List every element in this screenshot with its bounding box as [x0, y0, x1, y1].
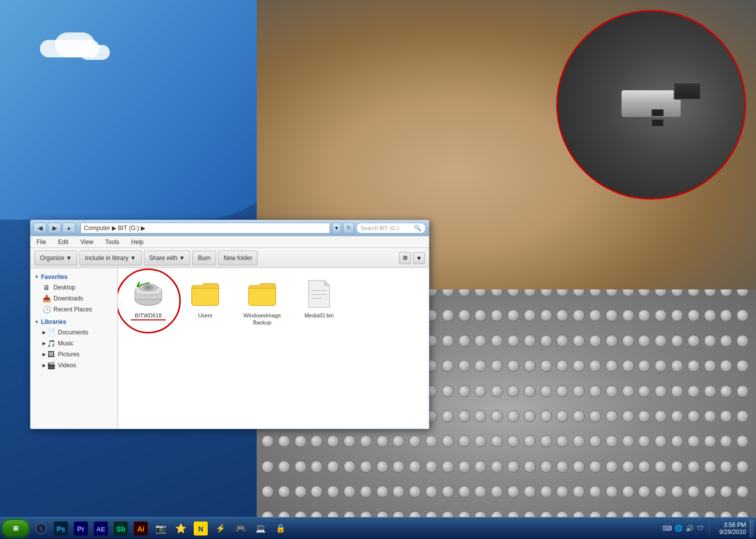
- taskbar-photoshop[interactable]: Ps: [52, 520, 70, 538]
- forward-button[interactable]: ▶: [48, 223, 61, 234]
- organize-button[interactable]: Organize ▼: [34, 251, 77, 266]
- metal-dot: [344, 435, 356, 447]
- up-button[interactable]: ▲: [62, 223, 75, 234]
- metal-dot: [573, 410, 585, 422]
- view-icon-button[interactable]: ⊞: [399, 252, 411, 264]
- metal-dot: [671, 461, 683, 473]
- taskbar-unknown5[interactable]: 💻: [252, 520, 270, 538]
- bitwd618-underline: [131, 319, 166, 320]
- metal-dot: [540, 486, 552, 498]
- metal-dot: [458, 486, 470, 498]
- refresh-button[interactable]: ↻: [343, 223, 354, 234]
- taskbar-unknown4[interactable]: 🎮: [232, 520, 250, 538]
- new-folder-button[interactable]: New folder: [218, 251, 258, 266]
- menu-edit[interactable]: Edit: [56, 238, 70, 247]
- metal-dot: [704, 410, 716, 422]
- burn-button[interactable]: Burn: [192, 251, 216, 266]
- taskbar-norton[interactable]: N: [192, 520, 210, 538]
- address-dropdown[interactable]: ▼: [332, 223, 341, 234]
- metal-dot: [524, 309, 536, 321]
- back-button[interactable]: ◀: [33, 223, 46, 234]
- metal-dot: [474, 461, 486, 473]
- metal-dot: [556, 435, 568, 447]
- metal-dot: [589, 335, 601, 347]
- show-desktop-button[interactable]: [750, 520, 754, 538]
- metal-dot: [425, 461, 437, 473]
- sidebar-item-recent[interactable]: 🕒 Recent Places: [30, 304, 117, 315]
- menu-help[interactable]: Help: [129, 238, 146, 247]
- metal-dot: [262, 486, 274, 498]
- metal-dot: [606, 385, 618, 397]
- clock-time: 3:56 PM: [724, 522, 746, 529]
- sidebar-item-pictures[interactable]: ▶ 🖼 Pictures: [30, 349, 117, 360]
- metal-dot: [344, 461, 356, 473]
- tray-shield[interactable]: 🛡: [696, 524, 705, 533]
- metal-dot: [622, 486, 634, 498]
- metal-dot: [589, 435, 601, 447]
- taskbar-unknown6[interactable]: 🔒: [272, 520, 290, 538]
- sidebar-item-documents[interactable]: ▶ 📄 Documents: [30, 327, 117, 338]
- music-collapse-arrow: ▶: [42, 341, 46, 346]
- sidebar-item-desktop[interactable]: 🖥 Desktop: [30, 282, 117, 293]
- menu-view[interactable]: View: [78, 238, 95, 247]
- taskbar-unknown1[interactable]: 📷: [152, 520, 170, 538]
- favorites-arrow: ▼: [34, 274, 39, 279]
- file-item-bitwd618[interactable]: ↙: [126, 276, 171, 328]
- tray-volume[interactable]: 🔊: [685, 524, 694, 533]
- documents-icon: 📄: [47, 328, 55, 336]
- file-icon-mediaid: [303, 278, 335, 310]
- taskbar-soundbooth[interactable]: Sb: [112, 520, 130, 538]
- sidebar-item-music[interactable]: ▶ 🎵 Music: [30, 338, 117, 349]
- libraries-header[interactable]: ▼ Libraries: [30, 317, 117, 327]
- metal-dot: [311, 461, 323, 473]
- file-item-mediaid[interactable]: MediaID.bin: [297, 276, 342, 328]
- metal-dot: [262, 461, 274, 473]
- tray-network[interactable]: 🌐: [674, 524, 683, 533]
- tray-keyboard[interactable]: ⌨: [663, 524, 672, 533]
- metal-dot: [556, 335, 568, 347]
- metal-dot: [704, 335, 716, 347]
- search-icon: 🔍: [414, 225, 421, 232]
- sidebar-item-videos[interactable]: ▶ 🎬 Videos: [30, 360, 117, 371]
- favorites-header[interactable]: ▼ Favorites: [30, 272, 117, 282]
- start-button[interactable]: ⊞: [2, 520, 29, 538]
- taskbar-steam[interactable]: S: [32, 520, 50, 538]
- metal-dot: [622, 461, 634, 473]
- metal-dot: [507, 309, 519, 321]
- taskbar-unknown3[interactable]: ⚡: [212, 520, 230, 538]
- metal-dot: [425, 435, 437, 447]
- sidebar-item-downloads[interactable]: 📥 Downloads: [30, 293, 117, 304]
- share-with-button[interactable]: Share with ▼: [144, 251, 191, 266]
- taskbar-illustrator[interactable]: Ai: [132, 520, 150, 538]
- file-item-users[interactable]: Users: [183, 276, 228, 328]
- cloud: [80, 45, 110, 60]
- metal-dot: [278, 461, 290, 473]
- metal-dot: [409, 435, 421, 447]
- metal-dot: [720, 360, 732, 372]
- menu-tools[interactable]: Tools: [103, 238, 121, 247]
- taskbar-unknown2[interactable]: ⭐: [172, 520, 190, 538]
- include-library-button[interactable]: Include in library ▼: [79, 251, 142, 266]
- metal-dot: [524, 335, 536, 347]
- metal-dot: [360, 435, 372, 447]
- taskbar-premiere[interactable]: Pr: [72, 520, 90, 538]
- downloads-icon: 📥: [42, 294, 50, 302]
- music-icon: 🎵: [47, 339, 55, 347]
- address-bar[interactable]: Computer ▶ BIT (G:) ▶: [80, 223, 330, 234]
- search-bar[interactable]: Search BIT (G:) 🔍: [356, 223, 426, 234]
- metal-dot: [474, 360, 486, 372]
- file-item-windowsimagebackup[interactable]: WindowsImageBackup: [240, 276, 285, 328]
- sb-icon: Sb: [114, 522, 128, 536]
- clock-area[interactable]: 3:56 PM 9/29/2010: [716, 522, 750, 536]
- metal-dot: [606, 435, 618, 447]
- metal-dot: [688, 385, 700, 397]
- taskbar-aftereffects[interactable]: AE: [92, 520, 110, 538]
- view-dropdown-button[interactable]: ▼: [413, 252, 425, 264]
- metal-dot: [737, 360, 749, 372]
- sidebar-item-label: Downloads: [53, 295, 83, 302]
- menu-file[interactable]: File: [34, 238, 48, 247]
- metal-dot: [507, 410, 519, 422]
- metal-dot: [655, 410, 667, 422]
- metal-dot: [622, 435, 634, 447]
- steam-icon: S: [35, 523, 47, 535]
